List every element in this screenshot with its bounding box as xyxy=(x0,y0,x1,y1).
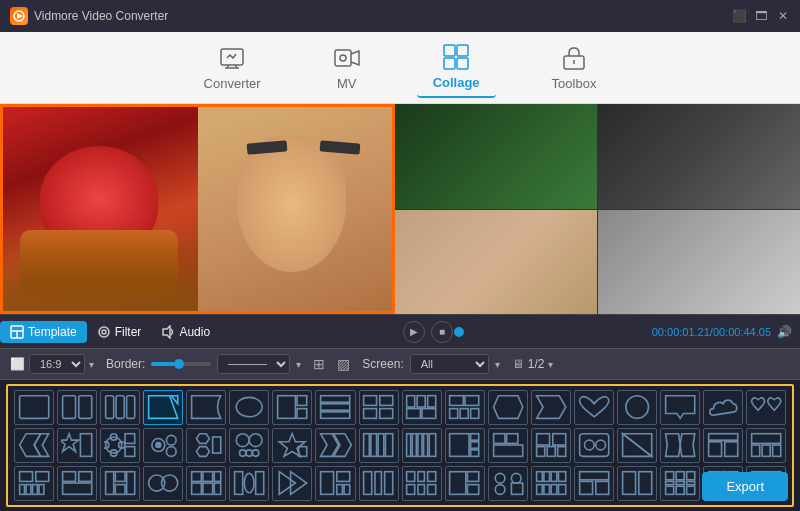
maximize-btn[interactable]: 🗖 xyxy=(754,9,768,23)
page-value: 1/2 xyxy=(528,357,545,371)
svg-rect-98 xyxy=(547,447,555,457)
template-item-2-2[interactable] xyxy=(57,428,97,463)
template-item-2-7[interactable] xyxy=(272,428,312,463)
template-item-2-10[interactable] xyxy=(402,428,442,463)
template-item-3-8[interactable] xyxy=(315,466,355,501)
filter-btn-label: Filter xyxy=(115,325,142,339)
page-control: 🖥 1/2 ▾ xyxy=(512,357,554,371)
tab-toolbox-label: Toolbox xyxy=(552,76,597,91)
template-item-2-15[interactable] xyxy=(617,428,657,463)
screen-select[interactable]: All Screen 1 Screen 2 xyxy=(410,354,489,374)
template-item-3-9[interactable] xyxy=(359,466,399,501)
svg-rect-164 xyxy=(536,485,542,495)
volume-icon[interactable]: 🔊 xyxy=(777,325,792,339)
filter-btn[interactable]: Filter xyxy=(87,321,152,343)
window-controls[interactable]: ⬛ 🗖 ✕ xyxy=(732,9,790,23)
template-item-2-16[interactable] xyxy=(660,428,700,463)
template-item-2-9[interactable] xyxy=(359,428,399,463)
template-item-2-1[interactable] xyxy=(14,428,54,463)
template-item-1-16[interactable] xyxy=(660,390,700,425)
template-item-2-3[interactable] xyxy=(100,428,140,463)
template-item-3-15[interactable] xyxy=(617,466,657,501)
tab-mv[interactable]: MV xyxy=(317,38,377,97)
template-item-1-14[interactable] xyxy=(574,390,614,425)
template-item-1-1[interactable] xyxy=(14,390,54,425)
tab-converter[interactable]: Converter xyxy=(188,38,277,97)
svg-point-74 xyxy=(253,450,259,456)
template-item-1-13[interactable] xyxy=(531,390,571,425)
svg-marker-53 xyxy=(34,434,49,457)
svg-rect-178 xyxy=(686,482,694,485)
border-slider[interactable] xyxy=(151,362,211,366)
template-item-2-12[interactable] xyxy=(488,428,528,463)
template-item-3-6[interactable] xyxy=(229,466,269,501)
template-item-1-4[interactable] xyxy=(143,390,183,425)
svg-marker-67 xyxy=(197,434,210,444)
template-item-3-5[interactable] xyxy=(186,466,226,501)
template-item-1-15[interactable] xyxy=(617,390,657,425)
template-item-2-5[interactable] xyxy=(186,428,226,463)
svg-point-156 xyxy=(495,474,505,484)
svg-point-102 xyxy=(595,441,605,451)
svg-rect-48 xyxy=(471,409,479,419)
left-video-cell-1 xyxy=(0,104,198,314)
template-item-2-13[interactable] xyxy=(531,428,571,463)
ratio-icon: ⬜ xyxy=(10,357,25,371)
svg-rect-113 xyxy=(773,445,781,456)
tab-collage[interactable]: Collage xyxy=(417,37,496,98)
stop-btn[interactable]: ■ xyxy=(431,321,453,343)
template-item-1-7[interactable] xyxy=(272,390,312,425)
template-item-3-11[interactable] xyxy=(445,466,485,501)
template-item-1-12[interactable] xyxy=(488,390,528,425)
template-item-1-10[interactable] xyxy=(402,390,442,425)
svg-rect-107 xyxy=(708,434,737,440)
svg-rect-143 xyxy=(344,485,350,495)
tab-converter-label: Converter xyxy=(204,76,261,91)
template-item-1-11[interactable] xyxy=(445,390,485,425)
close-btn[interactable]: ✕ xyxy=(776,9,790,23)
tab-mv-label: MV xyxy=(337,76,357,91)
export-button[interactable]: Export xyxy=(702,472,788,501)
svg-rect-176 xyxy=(665,482,673,485)
page-dropdown-icon: ▾ xyxy=(548,359,553,370)
template-item-1-17[interactable] xyxy=(703,390,743,425)
template-item-1-2[interactable] xyxy=(57,390,97,425)
svg-rect-131 xyxy=(214,472,220,482)
template-item-3-2[interactable] xyxy=(57,466,97,501)
template-item-2-17[interactable] xyxy=(703,428,743,463)
play-btn[interactable]: ▶ xyxy=(403,321,425,343)
template-item-3-13[interactable] xyxy=(531,466,571,501)
template-btn[interactable]: Template xyxy=(0,321,87,343)
template-item-3-10[interactable] xyxy=(402,466,442,501)
svg-marker-78 xyxy=(334,434,352,457)
template-item-1-6[interactable] xyxy=(229,390,269,425)
svg-point-101 xyxy=(584,441,594,451)
tab-toolbox[interactable]: Toolbox xyxy=(536,38,613,97)
template-item-1-18[interactable] xyxy=(746,390,786,425)
template-item-3-4[interactable] xyxy=(143,466,183,501)
template-item-2-8[interactable] xyxy=(315,428,355,463)
template-item-2-4[interactable] xyxy=(143,428,183,463)
template-item-2-11[interactable] xyxy=(445,428,485,463)
minimize-btn[interactable]: ⬛ xyxy=(732,9,746,23)
ratio-select[interactable]: 16:9 4:3 1:1 9:16 xyxy=(29,354,85,374)
template-row-2 xyxy=(14,428,786,463)
template-item-3-3[interactable] xyxy=(100,466,140,501)
template-item-3-16[interactable] xyxy=(660,466,700,501)
template-item-1-8[interactable] xyxy=(315,390,355,425)
audio-btn[interactable]: Audio xyxy=(151,321,220,343)
template-item-1-9[interactable] xyxy=(359,390,399,425)
border-style-select[interactable]: ───── - - - ···· xyxy=(217,354,290,374)
template-item-3-12[interactable] xyxy=(488,466,528,501)
template-item-2-14[interactable] xyxy=(574,428,614,463)
template-item-3-1[interactable] xyxy=(14,466,54,501)
svg-point-28 xyxy=(236,398,262,417)
template-item-1-5[interactable] xyxy=(186,390,226,425)
template-item-1-3[interactable] xyxy=(100,390,140,425)
template-item-2-18[interactable] xyxy=(746,428,786,463)
template-item-2-6[interactable] xyxy=(229,428,269,463)
svg-point-7 xyxy=(340,55,346,61)
svg-rect-120 xyxy=(63,472,76,482)
template-item-3-14[interactable] xyxy=(574,466,614,501)
template-item-3-7[interactable] xyxy=(272,466,312,501)
